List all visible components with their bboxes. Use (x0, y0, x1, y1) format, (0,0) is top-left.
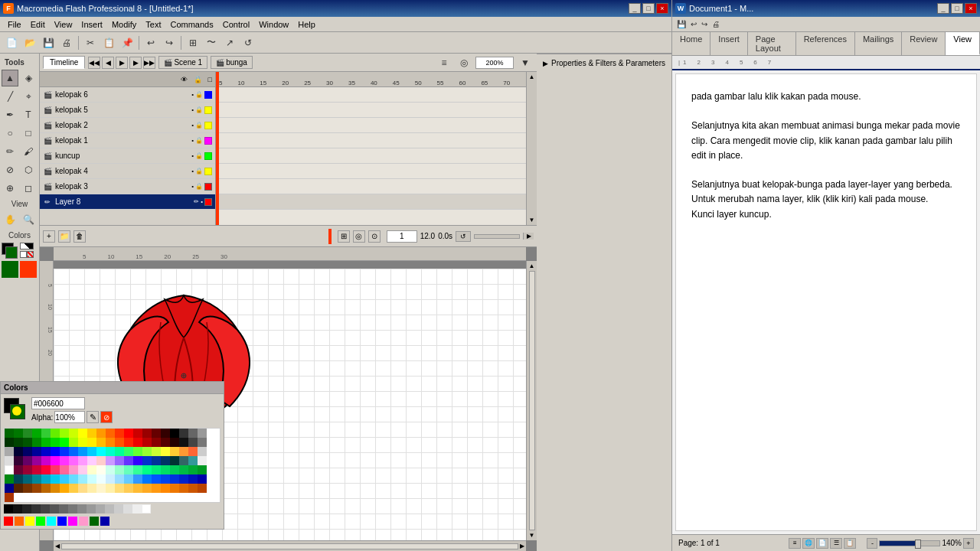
tab-view[interactable]: View (946, 32, 980, 55)
color-cell[interactable] (161, 447, 170, 456)
color-cell[interactable] (124, 465, 133, 474)
color-cell[interactable] (60, 465, 69, 474)
color-cell[interactable] (106, 429, 115, 438)
color-cell[interactable] (170, 447, 179, 456)
color-cell[interactable] (60, 456, 69, 465)
color-cell[interactable] (96, 465, 106, 474)
h-scroll-thumb[interactable] (61, 543, 518, 549)
onion-skin-btn[interactable]: ◎ (456, 54, 472, 71)
text-tool[interactable]: T (20, 106, 37, 123)
special-cell[interactable] (47, 517, 56, 526)
word-quick-undo[interactable]: ↩ (689, 20, 698, 28)
color-cell[interactable] (69, 474, 78, 484)
color-cell[interactable] (152, 456, 161, 465)
v-scrollbar[interactable]: ▲ ▼ (526, 261, 537, 540)
zoom-input[interactable]: 200% (475, 57, 514, 69)
delete-layer-btn[interactable]: 🗑 (74, 230, 86, 243)
color-cell[interactable] (179, 474, 188, 484)
expand-timeline-btn[interactable]: ▶ (523, 233, 534, 240)
color-cell[interactable] (60, 447, 69, 456)
color-cell[interactable] (188, 447, 198, 456)
color-cell[interactable] (152, 474, 161, 484)
color-cell[interactable] (179, 484, 188, 493)
color-cell[interactable] (133, 465, 142, 474)
forward-to-end[interactable]: ▶▶ (143, 57, 155, 69)
color-cell[interactable] (106, 474, 115, 484)
color-cell[interactable] (51, 465, 60, 474)
color-cell[interactable] (188, 474, 198, 484)
rect-tool[interactable]: □ (20, 125, 37, 142)
color-cell[interactable] (133, 438, 142, 447)
color-cell[interactable] (96, 438, 106, 447)
gray-cell[interactable] (41, 504, 50, 514)
menu-commands[interactable]: Commands (165, 18, 217, 31)
color-cell[interactable] (124, 474, 133, 484)
color-cell[interactable] (152, 429, 161, 438)
smooth-button[interactable]: 〜 (203, 34, 220, 51)
color-cell[interactable] (87, 447, 96, 456)
color-cell[interactable] (78, 474, 87, 484)
timeline-menu-btn[interactable]: ≡ (436, 54, 452, 71)
close-button[interactable]: × (656, 3, 668, 14)
color-cell[interactable] (106, 484, 115, 493)
zoom-out-btn[interactable]: - (867, 538, 877, 549)
straighten-button[interactable]: ↗ (221, 34, 238, 51)
timeline-vscrollbar[interactable]: ▲ ▼ (526, 72, 537, 225)
color-cell[interactable] (161, 456, 170, 465)
zoom-in-btn[interactable]: + (963, 538, 974, 549)
color-cell[interactable] (179, 447, 188, 456)
snap-button[interactable]: ⊞ (185, 34, 201, 51)
layer-layer8[interactable]: ✏ Layer 8 ✏ • (40, 194, 215, 210)
color-cell[interactable] (198, 474, 207, 484)
pen-tool[interactable]: ✒ (2, 106, 18, 123)
save-button[interactable]: 💾 (40, 34, 57, 51)
color-cell[interactable] (170, 465, 179, 474)
subselect-tool[interactable]: ◈ (20, 70, 37, 86)
zoom-thumb[interactable] (915, 540, 921, 549)
hex-input[interactable]: #006600 (40, 397, 85, 409)
color-cell[interactable] (188, 484, 198, 493)
tab-pagelayout[interactable]: Page Layout (748, 32, 796, 55)
undo-button[interactable]: ↩ (142, 34, 159, 51)
color-cell[interactable] (51, 429, 60, 438)
gray-cell[interactable] (114, 504, 123, 514)
layer-kelopak2[interactable]: 🎬 kelopak 2 • 🔒 (40, 118, 215, 133)
brush-tool[interactable]: 🖌 (20, 143, 37, 160)
edit-color-btn[interactable]: ✎ (87, 411, 99, 423)
color-cell[interactable] (198, 429, 207, 438)
word-maximize[interactable]: □ (951, 3, 963, 14)
color-cell[interactable] (87, 438, 96, 447)
layer-kelopak4[interactable]: 🎬 kelopak 4 • 🔒 (40, 164, 215, 179)
color-cell[interactable] (69, 429, 78, 438)
menu-view[interactable]: View (50, 18, 77, 31)
reset-colors[interactable] (20, 243, 34, 249)
menu-control[interactable]: Control (218, 18, 254, 31)
word-close[interactable]: × (965, 3, 977, 14)
print-view-btn[interactable]: 📄 (816, 538, 828, 549)
gray-cell[interactable] (142, 504, 151, 514)
color-cell[interactable] (161, 474, 170, 484)
color-cell[interactable] (96, 474, 106, 484)
scroll-left-btn[interactable]: ◀ (54, 543, 61, 549)
color-cell[interactable] (41, 438, 51, 447)
stroke-color-btn[interactable] (20, 261, 37, 278)
menu-help[interactable]: Help (293, 18, 320, 31)
word-quick-redo[interactable]: ↪ (700, 20, 709, 28)
color-cell[interactable] (142, 456, 152, 465)
color-cell[interactable] (96, 484, 106, 493)
print-button[interactable]: 🖨 (58, 34, 75, 51)
rotate-button[interactable]: ↺ (240, 34, 256, 51)
h-scrollbar[interactable]: ◀ ▶ (54, 540, 526, 551)
add-folder-btn[interactable]: 📁 (58, 230, 70, 243)
gray-cell[interactable] (105, 504, 114, 514)
color-cell[interactable] (96, 429, 106, 438)
word-quick-print[interactable]: 🖨 (710, 20, 721, 28)
word-window-controls[interactable]: _ □ × (937, 3, 977, 14)
special-cell[interactable] (100, 517, 109, 526)
color-cell[interactable] (41, 447, 51, 456)
color-cell[interactable] (96, 447, 106, 456)
color-cell[interactable] (161, 484, 170, 493)
menu-modify[interactable]: Modify (107, 18, 141, 31)
redo-button[interactable]: ↪ (161, 34, 178, 51)
color-cell[interactable] (51, 484, 60, 493)
